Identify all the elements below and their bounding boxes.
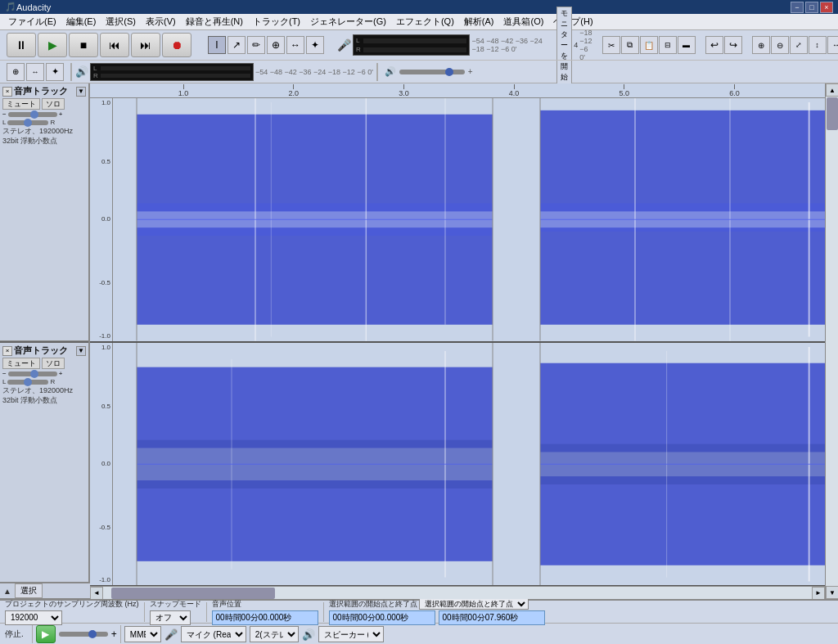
undo-button[interactable]: ↩ [705, 36, 723, 54]
audio-position-value[interactable]: 00時間00分00.000秒 [212, 610, 318, 625]
fit-sel-button[interactable]: ↔ [26, 63, 44, 81]
track1-header: × 音声トラック ▼ ミュート ソロ − + L [0, 83, 88, 341]
svg-rect-12 [540, 203, 825, 232]
play-button[interactable]: ▶ [38, 33, 67, 57]
v-scroll-thumb[interactable] [827, 97, 838, 130]
cut-button[interactable]: ✂ [602, 36, 620, 54]
track1-pan-slider[interactable] [7, 120, 48, 125]
zoom-tool-button[interactable]: ⊕ [267, 36, 285, 54]
status-row2: 停止. ▶ + MME 🎤 マイク (Realt 2(ステレ 🔊 スピーカー (… [0, 624, 838, 644]
track2-waveform-canvas[interactable] [113, 343, 825, 586]
ruler-mark-2: 2.0 [288, 84, 299, 97]
selection-type-select[interactable]: 選択範囲の開始点と終了点 [419, 598, 529, 610]
menu-view[interactable]: 表示(V) [141, 14, 181, 29]
menu-generate[interactable]: ジェネレーター(G) [305, 14, 391, 29]
track1-dropdown-button[interactable]: ▼ [76, 87, 86, 97]
h-scroll-right-button[interactable]: ► [812, 587, 825, 600]
maximize-button[interactable]: □ [805, 2, 818, 13]
select-tool-button[interactable]: I [208, 36, 226, 54]
stop-button[interactable]: ■ [69, 33, 98, 57]
output-volume-slider[interactable] [399, 70, 465, 74]
status-sep4 [32, 625, 33, 643]
snap-mode-select[interactable]: オフ [150, 610, 191, 625]
status-volume-slider[interactable] [59, 632, 108, 637]
zoom-fit-v-button[interactable]: ↕ [809, 36, 827, 54]
track2-gain-plus: + [59, 370, 63, 377]
track2-pan-slider[interactable] [7, 380, 48, 385]
close-button[interactable]: × [820, 2, 833, 13]
track1-waveform-svg [113, 98, 825, 341]
track1-close-button[interactable]: × [2, 87, 12, 97]
skip-forward-button[interactable]: ⏭ [131, 33, 160, 57]
zoom-fit-h-button[interactable]: ↔ [827, 36, 838, 54]
track1-solo-button[interactable]: ソロ [42, 98, 65, 110]
draw-tool-button[interactable]: ✏ [247, 36, 265, 54]
menu-analyze[interactable]: 解析(A) [459, 14, 499, 29]
zoom-fit-button[interactable]: ⤢ [790, 36, 808, 54]
edit-toolbar: ✂ ⧉ 📋 ⊟ ▬ [602, 36, 696, 54]
menu-select[interactable]: 選択(S) [101, 14, 141, 29]
paste-button[interactable]: 📋 [640, 36, 658, 54]
minimize-button[interactable]: − [791, 2, 804, 13]
trim-button[interactable]: ⊟ [659, 36, 677, 54]
snap-mode-label: スナップモード [150, 599, 201, 610]
track1-scale-0.5: 0.5 [101, 159, 110, 165]
copy-button[interactable]: ⧉ [621, 36, 639, 54]
v-scroll-up-button[interactable]: ▲ [826, 83, 838, 97]
skip-back-button[interactable]: ⏮ [100, 33, 129, 57]
redo-button[interactable]: ↪ [724, 36, 742, 54]
tracks-container: 1.0 0.5 0.0 -0.5 -1.0 [90, 98, 825, 586]
svg-rect-2 [137, 115, 493, 212]
track2-pan-l: L [2, 378, 6, 385]
audio-position-label: 音声位置 [212, 599, 318, 610]
h-scroll-track[interactable] [103, 587, 812, 599]
v-scroll-track[interactable] [826, 97, 838, 586]
menu-file[interactable]: ファイル(E) [3, 14, 61, 29]
track2-solo-button[interactable]: ソロ [42, 358, 65, 369]
menu-record[interactable]: 録音と再生(N) [181, 14, 248, 29]
output-device-select[interactable]: スピーカー (F [318, 626, 384, 642]
input-device-select[interactable]: マイク (Realt [181, 626, 246, 642]
track2-dropdown-button[interactable]: ▼ [76, 346, 86, 356]
pause-button[interactable]: ⏸ [7, 33, 36, 57]
ruler-mark-1: 1.0 [178, 84, 189, 97]
v-scroll-down-button[interactable]: ▼ [826, 586, 838, 599]
zoom-out-button[interactable]: ⊖ [771, 36, 789, 54]
h-scroll-left-button[interactable]: ◄ [90, 587, 103, 600]
track2-scale-neg1.0: -1.0 [99, 577, 110, 583]
monitor-value: 4 [574, 41, 578, 49]
record-button[interactable]: ⏺ [162, 33, 191, 57]
track2-close-button[interactable]: × [2, 346, 12, 356]
menu-track[interactable]: トラック(T) [248, 14, 305, 29]
track2-scale-neg0.5: -0.5 [99, 525, 110, 531]
h-scroll-thumb[interactable] [111, 588, 275, 599]
select-button[interactable]: 選択 [15, 583, 43, 598]
app-title: Audacity [16, 2, 791, 12]
silence-button[interactable]: ▬ [678, 36, 696, 54]
track1-y-scale: 1.0 0.5 0.0 -0.5 -1.0 [90, 98, 113, 341]
zoom-sel-button[interactable]: ⊕ [7, 63, 25, 81]
mic-icon-status: 🎤 [164, 628, 178, 641]
sample-rate-select[interactable]: 192000 [5, 610, 62, 625]
star-button[interactable]: ✦ [46, 63, 64, 81]
track1-gain-slider[interactable] [8, 112, 57, 117]
menu-effect[interactable]: エフェクト(Q) [391, 14, 459, 29]
input-channels-select[interactable]: 2(ステレ [250, 626, 299, 642]
envelope-tool-button[interactable]: ↗ [228, 36, 246, 54]
status-play-button[interactable]: ▶ [36, 625, 56, 643]
track2-gain-slider[interactable] [8, 372, 57, 376]
track1-mute-button[interactable]: ミュート [2, 98, 40, 110]
timeshift-tool-button[interactable]: ↔ [286, 36, 304, 54]
audio-host-select[interactable]: MME [124, 626, 161, 642]
bottom-select-section: ▲ 選択 [0, 582, 90, 598]
toolbar-row1: ⏸ ▶ ■ ⏮ ⏭ ⏺ I ↗ ✏ ⊕ ↔ ✦ 🎤 L [0, 30, 838, 60]
status-sep5 [120, 625, 121, 643]
track-panel: × 音声トラック ▼ ミュート ソロ − + L [0, 83, 90, 599]
speaker-icon-status: 🔊 [302, 628, 315, 641]
track1-waveform-canvas[interactable] [113, 98, 825, 341]
multi-tool-button[interactable]: ✦ [306, 36, 324, 54]
zoom-in-button[interactable]: ⊕ [752, 36, 770, 54]
menu-tools[interactable]: 道具箱(O) [498, 14, 548, 29]
menu-edit[interactable]: 編集(E) [61, 14, 101, 29]
track2-mute-button[interactable]: ミュート [2, 358, 40, 369]
